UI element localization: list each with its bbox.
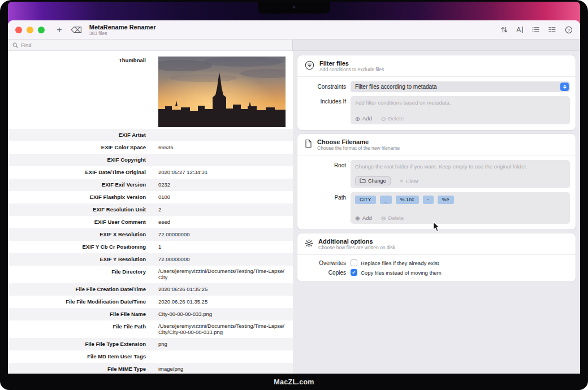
filter-delete-label: Delete	[388, 115, 404, 122]
table-row[interactable]: EXIF Color Space 65535	[8, 141, 293, 154]
root-folder-box[interactable]: Change the root folder if you want. Keep…	[351, 160, 570, 188]
row-label: EXIF Y Resolution	[8, 253, 146, 266]
path-token[interactable]: -	[423, 196, 434, 204]
row-label: File File Type Extension	[8, 338, 146, 350]
app-window: + ⌫ MetaRename Renamer 383 files A	[8, 20, 580, 374]
table-row[interactable]: EXIF User Comment eeed	[8, 216, 293, 228]
table-row[interactable]: EXIF Exif Version 0232	[8, 179, 293, 191]
includes-row: Includes If Add filter conditions based …	[297, 96, 570, 124]
filter-delete-button[interactable]: ⊖Delete	[381, 115, 404, 122]
window-title: MetaRename Renamer	[89, 24, 156, 31]
rename-icon-bar	[522, 27, 523, 33]
path-tokens-box[interactable]: CITY_%.1nc-%e ⊕Add ⊖Delete	[351, 192, 570, 224]
rename-icon-letter: A	[517, 27, 521, 33]
copies-checkbox[interactable]: ✓	[351, 269, 357, 276]
table-row[interactable]: File MIME Type image/png	[8, 363, 293, 374]
row-label: EXIF Copyright	[8, 154, 146, 166]
path-label: Path	[297, 192, 351, 224]
close-window-button[interactable]	[15, 27, 22, 33]
table-row[interactable]: File MD Item User Tags	[8, 350, 293, 363]
row-label: File Directory	[8, 266, 146, 283]
table-row[interactable]: EXIF Y Resolution 72.00000000	[8, 253, 293, 266]
filter-add-button[interactable]: ⊕Add	[355, 115, 372, 122]
constraints-dropdown-value: Filter files according to metadata	[355, 84, 437, 90]
table-row[interactable]: File File Name City-00-00-00-033.png	[8, 308, 293, 320]
options-card-header: Additional options Choose how files are …	[297, 233, 576, 254]
overwrites-label: Overwrites	[297, 260, 351, 266]
row-label: File MIME Type	[8, 363, 146, 374]
path-token[interactable]: %e	[438, 196, 454, 204]
filter-card-header: Filter files Add conditions to exclude f…	[297, 55, 576, 76]
document-icon	[305, 139, 312, 150]
includes-conditions-box[interactable]: Add filter conditions based on metadata.…	[351, 96, 570, 124]
row-label: EXIF Color Space	[8, 141, 146, 154]
table-row[interactable]: EXIF Artist	[8, 129, 293, 141]
bullet-list-icon[interactable]	[532, 27, 539, 33]
table-row[interactable]: EXIF Y Cb Cr Positioning 1	[8, 241, 293, 253]
table-row[interactable]: EXIF X Resolution 72.00000000	[8, 228, 293, 241]
table-row[interactable]: EXIF Flashpix Version 0100	[8, 191, 293, 203]
toolbar-right: A ?	[501, 26, 573, 34]
path-token[interactable]: _	[380, 196, 392, 204]
change-root-button[interactable]: Change	[355, 176, 391, 185]
laptop-frame: + ⌫ MetaRename Renamer 383 files A	[0, 0, 588, 390]
change-root-label: Change	[368, 178, 386, 184]
minimize-window-button[interactable]	[27, 27, 33, 33]
row-value: image/png	[158, 363, 286, 374]
table-row[interactable]: File File Creation Date/Time 2020:06:26 …	[8, 283, 293, 296]
constraints-row: Constraints Filter files according to me…	[297, 81, 570, 92]
table-row-thumbnail[interactable]: Thumbnail	[8, 51, 293, 129]
table-row[interactable]: File File Type Extension png	[8, 338, 293, 350]
table-row[interactable]: File Directory /Users/jeremyvizzini/Docu…	[8, 266, 293, 283]
path-token[interactable]: CITY	[355, 196, 376, 204]
filter-card-subtitle: Add conditions to exclude files	[319, 67, 384, 72]
filename-card-title: Choose Filename	[317, 138, 400, 145]
search-icon	[12, 40, 18, 50]
root-placeholder: Change the root folder if you want. Keep…	[351, 160, 570, 170]
includes-placeholder: Add filter conditions based on metadata.	[351, 96, 570, 106]
path-token[interactable]: %.1nc	[396, 196, 419, 204]
path-add-button[interactable]: ⊕Add	[355, 215, 372, 221]
gear-icon	[305, 239, 313, 250]
metadata-table: Thumbnail	[8, 51, 293, 374]
clear-root-button[interactable]: ✕Clear	[400, 178, 419, 184]
sort-icon[interactable]	[501, 26, 508, 33]
thumbnail-image	[158, 51, 286, 129]
minus-circle-icon: ⊖	[381, 215, 386, 221]
table-row[interactable]: File File Modification Date/Time 2020:06…	[8, 296, 293, 308]
constraints-dropdown[interactable]: Filter files according to metadata	[351, 81, 570, 92]
path-add-label: Add	[362, 215, 372, 221]
brand-watermark: MacZL.com	[0, 378, 588, 386]
filter-icon	[305, 60, 314, 72]
path-delete-label: Delete	[388, 215, 404, 221]
search-input[interactable]: Find	[8, 40, 293, 51]
overwrites-checkbox[interactable]	[351, 259, 357, 266]
zoom-window-button[interactable]	[38, 27, 45, 33]
table-row[interactable]: EXIF Resolution Unit 2	[8, 203, 293, 216]
row-value: eeed	[158, 216, 286, 228]
camera-notch	[258, 2, 330, 14]
help-icon[interactable]: ?	[565, 26, 573, 34]
constraints-label: Constraints	[297, 81, 351, 92]
minus-circle-icon: ⊖	[381, 116, 386, 122]
filter-add-label: Add	[362, 115, 372, 122]
overwrites-text: Replace files if they already exist	[361, 260, 439, 266]
row-value: 2020:06:26 01:35:25	[158, 296, 286, 308]
row-label: File File Creation Date/Time	[8, 283, 146, 296]
row-value	[158, 154, 286, 166]
row-value: /Users/jeremyvizzini/Documents/Testing/T…	[158, 266, 286, 283]
clear-list-icon[interactable]: ⌫	[71, 26, 82, 34]
group-list-icon[interactable]	[548, 27, 556, 33]
add-files-button[interactable]: +	[57, 25, 62, 34]
table-row[interactable]: File File Path /Users/jeremyvizzini/Docu…	[8, 320, 293, 338]
rename-icon[interactable]: A	[517, 27, 523, 33]
table-row[interactable]: EXIF Copyright	[8, 154, 293, 166]
row-value: 72.00000000	[158, 228, 286, 241]
table-row[interactable]: EXIF Date/Time Original 2020:05:27 12:34…	[8, 166, 293, 179]
window-subtitle: 383 files	[89, 31, 156, 36]
path-delete-button[interactable]: ⊖Delete	[381, 215, 404, 221]
row-label: File File Name	[8, 308, 146, 320]
options-card-titles: Additional options Choose how files are …	[318, 238, 395, 250]
row-value: 2020:06:26 01:35:25	[158, 283, 286, 296]
row-value: City-00-00-00-033.png	[158, 308, 286, 320]
